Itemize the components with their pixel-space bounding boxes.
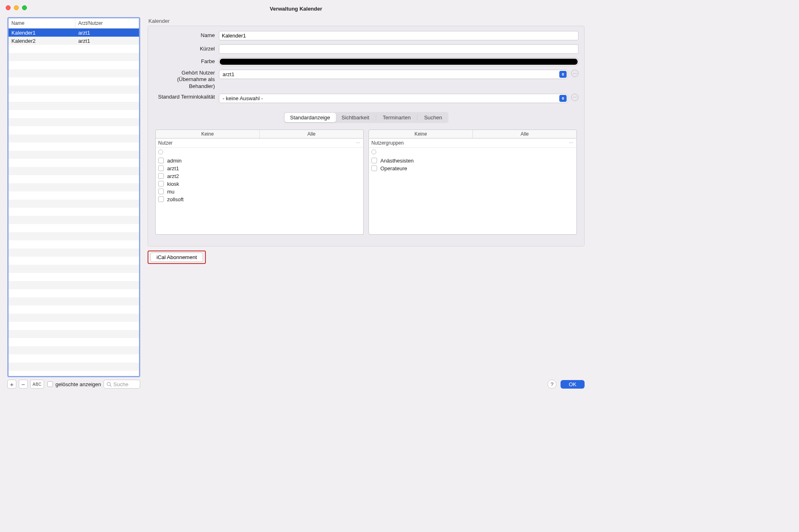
list-item[interactable]: kiosk: [158, 181, 361, 187]
list-item[interactable]: admin: [158, 158, 361, 164]
chevron-updown-icon: [559, 95, 567, 102]
list-item[interactable]: arzt2: [158, 173, 361, 179]
color-label: Farbe: [154, 58, 219, 65]
traffic-lights: [6, 5, 27, 10]
list-item[interactable]: Anästhesisten: [371, 158, 574, 164]
tab-standard[interactable]: Standardanzeige: [285, 113, 336, 122]
short-label: Kürzel: [154, 46, 219, 52]
checkbox[interactable]: [158, 158, 164, 163]
list-item[interactable]: arzt1: [158, 165, 361, 171]
window-title: Verwaltung Kalender: [270, 6, 322, 12]
checkbox[interactable]: [158, 181, 164, 187]
show-deleted-checkbox[interactable]: [47, 381, 53, 387]
tab-bar: Standardanzeige Sichtbarkeit Terminarten…: [284, 112, 449, 123]
minimize-icon[interactable]: [14, 5, 19, 10]
col-user[interactable]: Arzt/Nutzer: [75, 18, 139, 28]
locality-select[interactable]: - keine Auswahl -: [219, 94, 568, 103]
checkbox[interactable]: [158, 196, 164, 202]
abc-button[interactable]: ABC: [30, 380, 44, 389]
none-button[interactable]: Keine: [369, 130, 473, 138]
radio[interactable]: [158, 149, 163, 154]
all-button[interactable]: Alle: [260, 130, 363, 138]
list-item[interactable]: mu: [158, 189, 361, 195]
calendar-list[interactable]: Name Arzt/Nutzer Kalender1 arzt1 Kalende…: [7, 17, 140, 377]
ok-button[interactable]: OK: [561, 380, 585, 389]
list-item[interactable]: Operateure: [371, 165, 574, 171]
more-icon[interactable]: ⋯: [567, 139, 575, 147]
svg-point-0: [107, 382, 110, 385]
users-panel: Keine Alle Nutzer ⋯ admin arzt1 arzt2: [155, 130, 364, 235]
list-item[interactable]: Kalender2 arzt1: [9, 37, 139, 45]
checkbox[interactable]: [371, 165, 377, 171]
close-icon[interactable]: [6, 5, 11, 10]
tab-search[interactable]: Suchen: [418, 113, 448, 122]
owner-label: Gehört Nutzer (Übernahme als Behandler): [154, 70, 219, 90]
col-name[interactable]: Name: [9, 18, 75, 28]
owner-select[interactable]: arzt1: [219, 70, 568, 79]
groups-panel: Keine Alle Nutzergruppen ⋯ Anästhesisten…: [369, 130, 577, 235]
locality-label: Standard Terminlokalität: [154, 94, 219, 100]
users-title: Nutzer: [158, 140, 172, 146]
tab-visibility[interactable]: Sichtbarkeit: [336, 113, 375, 122]
zoom-icon[interactable]: [22, 5, 27, 10]
more-icon[interactable]: ⋯: [571, 94, 578, 101]
list-header: Name Arzt/Nutzer: [9, 18, 139, 29]
titlebar: Verwaltung Kalender: [0, 0, 592, 17]
groups-title: Nutzergruppen: [371, 140, 404, 146]
remove-button[interactable]: −: [19, 380, 28, 389]
list-item[interactable]: Kalender1 arzt1: [9, 29, 139, 37]
group-label: Kalender: [148, 18, 585, 24]
more-icon[interactable]: ⋯: [571, 70, 578, 77]
name-input[interactable]: [219, 31, 578, 40]
search-input[interactable]: Suche: [104, 380, 140, 389]
checkbox[interactable]: [158, 165, 164, 171]
chevron-updown-icon: [559, 71, 567, 78]
search-icon: [106, 382, 112, 387]
radio[interactable]: [371, 149, 376, 154]
more-icon[interactable]: ⋯: [354, 139, 362, 147]
checkbox[interactable]: [158, 173, 164, 179]
none-button[interactable]: Keine: [156, 130, 260, 138]
checkbox[interactable]: [371, 158, 377, 163]
ical-highlight: iCal Abonnement: [148, 251, 206, 264]
short-input[interactable]: [219, 44, 578, 54]
details-panel: Name Kürzel Farbe Gehört Nutzer (Übernah…: [148, 26, 585, 246]
show-deleted-label: gelöschte anzeigen: [55, 381, 101, 387]
color-picker[interactable]: [219, 58, 578, 66]
name-label: Name: [154, 32, 219, 39]
all-button[interactable]: Alle: [473, 130, 576, 138]
checkbox[interactable]: [158, 189, 164, 194]
help-button[interactable]: ?: [547, 380, 556, 389]
list-item[interactable]: zollsoft: [158, 196, 361, 202]
ical-button[interactable]: iCal Abonnement: [150, 253, 203, 262]
tab-types[interactable]: Terminarten: [377, 113, 417, 122]
add-button[interactable]: +: [7, 380, 16, 389]
svg-line-1: [110, 385, 111, 386]
